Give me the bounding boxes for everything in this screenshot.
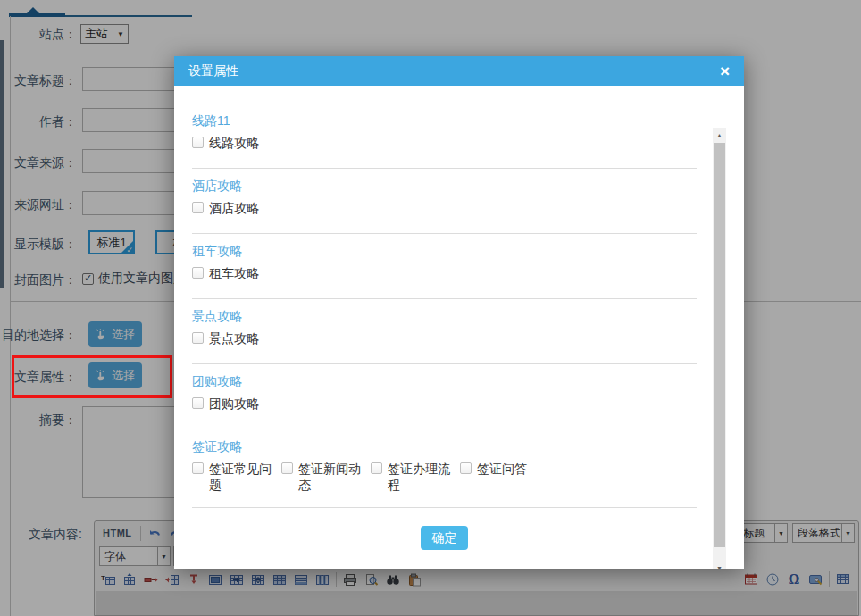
attribute-groups: 线路11线路攻略酒店攻略酒店攻略租车攻略租车攻略景点攻略景点攻略团购攻略团购攻略… — [192, 86, 697, 550]
group-items: 签证常见问题签证新闻动态签证办理流程签证问答 — [192, 461, 697, 493]
group-items: 租车攻略 — [192, 265, 697, 281]
checkbox-label: 签证问答 — [477, 461, 527, 477]
attribute-group: 租车攻略租车攻略 — [192, 234, 697, 299]
attribute-group: 签证攻略签证常见问题签证新闻动态签证办理流程签证问答 — [192, 429, 697, 508]
attribute-checkbox-item[interactable]: 签证问答 — [460, 461, 549, 493]
attribute-checkbox-item[interactable]: 景点攻略 — [192, 330, 281, 346]
modal-header: 设置属性 × — [174, 56, 744, 86]
group-title: 租车攻略 — [192, 243, 697, 259]
group-items: 团购攻略 — [192, 395, 697, 412]
attribute-checkbox-item[interactable]: 签证常见问题 — [192, 461, 281, 493]
modal-title: 设置属性 — [188, 63, 238, 79]
scrollbar[interactable]: ▲ ▼ — [713, 128, 726, 569]
modal-body: 线路11线路攻略酒店攻略酒店攻略租车攻略租车攻略景点攻略景点攻略团购攻略团购攻略… — [174, 86, 744, 569]
checkbox-label: 租车攻略 — [209, 265, 259, 281]
checkbox-icon[interactable] — [192, 202, 204, 213]
checkbox-label: 签证办理流程 — [388, 461, 454, 493]
checkbox-label: 签证新闻动态 — [298, 461, 364, 493]
checkbox-label: 酒店攻略 — [209, 200, 259, 216]
group-title: 酒店攻略 — [192, 178, 697, 194]
screen: 站点： 主站 ▼ 文章标题： 作者： 文章来源： 来源网址： 显示模版： 标准1… — [0, 0, 861, 616]
attribute-checkbox-item[interactable]: 酒店攻略 — [192, 200, 281, 216]
attribute-group: 团购攻略团购攻略 — [192, 364, 697, 429]
close-icon[interactable]: × — [720, 62, 730, 79]
confirm-button[interactable]: 确定 — [421, 526, 468, 550]
group-title: 签证攻略 — [192, 438, 697, 454]
group-title: 团购攻略 — [192, 373, 697, 389]
scroll-down-icon[interactable]: ▼ — [713, 561, 726, 569]
checkbox-icon[interactable] — [192, 137, 204, 148]
group-items: 景点攻略 — [192, 330, 697, 346]
attribute-checkbox-item[interactable]: 签证办理流程 — [371, 461, 460, 493]
attribute-group: 酒店攻略酒店攻略 — [192, 169, 697, 234]
checkbox-icon[interactable] — [192, 462, 204, 474]
checkbox-icon[interactable] — [192, 332, 204, 344]
checkbox-icon[interactable] — [371, 462, 382, 474]
group-items: 酒店攻略 — [192, 200, 697, 216]
checkbox-icon[interactable] — [192, 267, 204, 279]
group-items: 线路攻略 — [192, 135, 697, 151]
checkbox-icon[interactable] — [460, 462, 472, 474]
attribute-checkbox-item[interactable]: 线路攻略 — [192, 135, 281, 151]
attribute-group: 景点攻略景点攻略 — [192, 299, 697, 364]
checkbox-label: 团购攻略 — [209, 395, 259, 412]
attribute-checkbox-item[interactable]: 团购攻略 — [192, 395, 281, 412]
scrollbar-thumb[interactable] — [714, 143, 725, 547]
attribute-checkbox-item[interactable]: 签证新闻动态 — [281, 461, 371, 493]
checkbox-icon[interactable] — [192, 397, 204, 409]
checkbox-label: 景点攻略 — [209, 330, 259, 346]
group-title: 景点攻略 — [192, 308, 697, 324]
checkbox-label: 线路攻略 — [209, 135, 259, 151]
group-title: 线路11 — [192, 112, 697, 129]
scroll-up-icon[interactable]: ▲ — [713, 128, 726, 143]
attribute-field-highlight — [12, 355, 172, 398]
set-attributes-modal: 设置属性 × 线路11线路攻略酒店攻略酒店攻略租车攻略租车攻略景点攻略景点攻略团… — [174, 56, 744, 569]
checkbox-label: 签证常见问题 — [209, 461, 275, 493]
attribute-group: 线路11线路攻略 — [192, 104, 697, 169]
attribute-checkbox-item[interactable]: 租车攻略 — [192, 265, 281, 281]
checkbox-icon[interactable] — [281, 462, 293, 474]
